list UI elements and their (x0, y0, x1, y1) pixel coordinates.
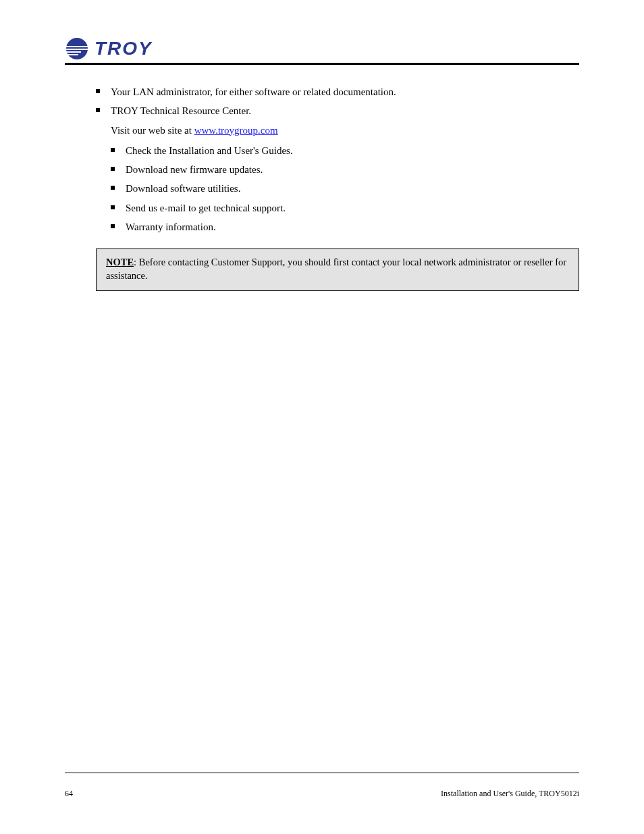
website-link[interactable]: www.troygroup.com (194, 125, 278, 136)
note-text: Before contacting Customer Support, you … (106, 257, 566, 281)
list-item-text: Download software utilities. (126, 183, 240, 194)
troy-globe-icon (65, 37, 89, 60)
note-label: NOTE (106, 257, 134, 267)
footer-title: Installation and User's Guide, TROY5012i (441, 789, 579, 799)
page-footer: 64 Installation and User's Guide, TROY50… (65, 789, 579, 799)
list-item-text: TROY Technical Resource Center. (111, 105, 251, 116)
list-item: TROY Technical Resource Center. Visit ou… (96, 104, 579, 234)
resource-list-2: Check the Installation and User's Guides… (111, 144, 579, 234)
note-box: NOTE: Before contacting Customer Support… (96, 249, 579, 291)
header-divider (65, 63, 579, 65)
list-item-text: Check the Installation and User's Guides… (126, 145, 293, 156)
list-item: Download new firmware updates. (111, 163, 579, 176)
list-item-text: Download new firmware updates. (126, 164, 263, 175)
list-item: Check the Installation and User's Guides… (111, 144, 579, 157)
note-colon: : (134, 257, 139, 267)
page: TROY Your LAN administrator, for either … (0, 0, 644, 834)
sublist-intro: Visit our web site at www.troygroup.com (111, 124, 579, 137)
list-item: Your LAN administrator, for either softw… (96, 85, 579, 99)
list-item: Warranty information. (111, 220, 579, 234)
resource-list-1: Your LAN administrator, for either softw… (96, 85, 579, 234)
brand-logo-text: TROY (95, 38, 153, 59)
list-item-text: Send us e-mail to get technical support. (126, 203, 286, 213)
list-item-text: Your LAN administrator, for either softw… (111, 86, 396, 97)
brand-logo: TROY (65, 37, 579, 60)
list-item: Send us e-mail to get technical support. (111, 201, 579, 215)
page-number: 64 (65, 789, 73, 799)
sublist-intro-text: Visit our web site at (111, 125, 192, 136)
footer-divider (65, 773, 579, 773)
list-item-text: Warranty information. (126, 221, 216, 232)
document-body: Your LAN administrator, for either softw… (65, 85, 579, 291)
list-item: Download software utilities. (111, 182, 579, 195)
